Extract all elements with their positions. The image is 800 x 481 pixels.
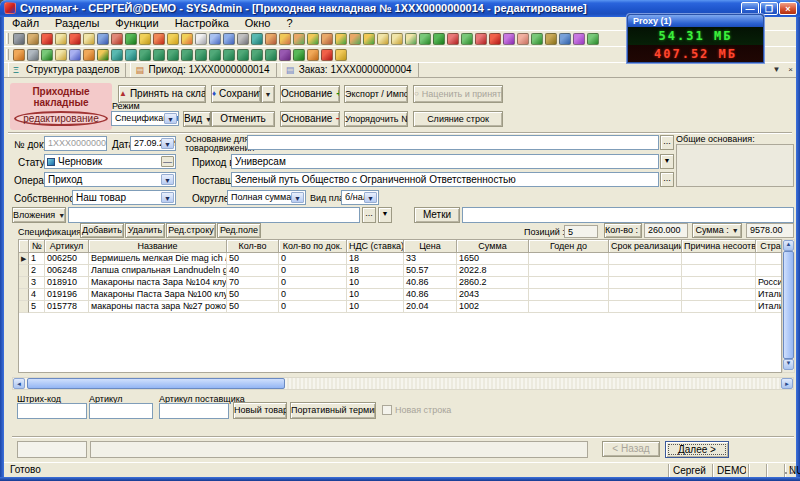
cell-valid[interactable] (529, 253, 609, 265)
toolbar2-icon-15[interactable] (209, 49, 221, 61)
toolbar-grip[interactable] (6, 33, 9, 44)
cell-sum[interactable]: 1650 (457, 253, 529, 265)
spec-button-4[interactable]: Ред.поле (217, 223, 261, 238)
toolbar1-icon-11[interactable] (153, 33, 165, 45)
toolbar2-icon-7[interactable] (97, 49, 109, 61)
export-import-button[interactable]: Экспорт / Импорт (344, 85, 408, 103)
cell-vat[interactable]: 10 (347, 289, 404, 301)
mode-combobox[interactable]: Спецификация ▼ (111, 111, 179, 126)
toolbar1-icon-10[interactable] (139, 33, 151, 45)
cell-sum[interactable]: 2860.2 (457, 277, 529, 289)
toolbar1-icon-17[interactable] (237, 33, 249, 45)
row-selector[interactable] (19, 277, 29, 289)
toolbar1-icon-18[interactable] (251, 33, 263, 45)
cell-name[interactable]: Вермишель мелкая Die mag ich / Fadenn (89, 253, 227, 265)
table-horizontal-scrollbar[interactable]: ◄ ► (12, 377, 794, 390)
attachments-browse-button[interactable]: ... (362, 207, 376, 223)
toolbar2-icon-24[interactable] (335, 49, 347, 61)
cell-price[interactable]: 50.57 (404, 265, 457, 277)
cell-article[interactable]: 006248 (45, 265, 89, 277)
cell-valid[interactable] (529, 277, 609, 289)
table-row[interactable]: 5015778макароны паста зара №27 рожок 500… (19, 301, 781, 313)
spec-table[interactable]: №АртикулНазваниеКол-воКол-во по док.НДС … (18, 239, 782, 373)
toolbar2-icon-17[interactable] (237, 49, 249, 61)
toolbar1-icon-28[interactable] (391, 33, 403, 45)
cell-article[interactable]: 019196 (45, 289, 89, 301)
cell-valid[interactable] (529, 301, 609, 313)
toolbar1-icon-24[interactable] (335, 33, 347, 45)
income-to-field[interactable]: Универсам (231, 154, 659, 169)
toolbar1-icon-26[interactable] (363, 33, 375, 45)
column-header[interactable]: Причина несоотв. (682, 240, 756, 253)
tags-field[interactable] (462, 207, 794, 223)
table-row[interactable]: ▶1006250Вермишель мелкая Die mag ich / F… (19, 253, 781, 265)
cell-article[interactable]: 015778 (45, 301, 89, 313)
cell-qty_doc[interactable]: 0 (279, 301, 347, 313)
menu-item-3[interactable]: Функции (107, 17, 166, 30)
toolbar1-icon-8[interactable] (111, 33, 123, 45)
toolbar2-icon-9[interactable] (125, 49, 137, 61)
toolbar2-icon-11[interactable] (153, 49, 165, 61)
order-numbers-button[interactable]: Упорядочить №№ (344, 111, 408, 127)
chevron-down-icon[interactable]: ▼ (291, 192, 304, 203)
toolbar1-icon-2[interactable] (27, 33, 39, 45)
toolbar2-icon-2[interactable] (27, 49, 39, 61)
ownership-combobox[interactable]: Наш товар ▼ (72, 190, 176, 205)
basis-field[interactable] (247, 135, 659, 150)
column-header[interactable]: НДС (ставка) (347, 240, 404, 253)
payment-type-combobox[interactable]: б/нал ▼ (341, 190, 379, 205)
scroll-right-icon[interactable]: ► (781, 378, 793, 389)
cancel-button[interactable]: Отменить (211, 111, 275, 127)
cell-n[interactable]: 2 (29, 265, 45, 277)
menu-item-6[interactable]: ? (278, 17, 300, 30)
chevron-down-icon[interactable]: ▼ (161, 174, 174, 185)
merge-rows-button[interactable]: Слияние строк (413, 111, 503, 127)
proxy-panel-title[interactable]: Proxy (1) (628, 15, 763, 27)
portable-terminal-button[interactable]: Портативный терминал (290, 402, 376, 419)
status-clear-button[interactable]: — (161, 156, 174, 167)
toolbar1-icon-12[interactable] (167, 33, 179, 45)
cell-reason[interactable] (682, 289, 756, 301)
basis-add-button[interactable]: Основание+ (280, 85, 340, 103)
toolbar2-icon-4[interactable] (55, 49, 67, 61)
cell-n[interactable]: 5 (29, 301, 45, 313)
toolbar-grip[interactable] (6, 49, 9, 60)
save-button[interactable]: ♦Сохранить (211, 85, 261, 103)
sum-total-dropdown-button[interactable]: Сумма :▼ (692, 223, 742, 238)
cell-term[interactable] (609, 265, 682, 277)
income-to-dropdown-button[interactable]: ▼ (660, 154, 674, 169)
cell-price[interactable]: 40.86 (404, 277, 457, 289)
column-header[interactable]: Срок реализации (609, 240, 682, 253)
document-tab-1[interactable]: ΞСтруктура разделов (8, 63, 126, 77)
cell-reason[interactable] (682, 265, 756, 277)
toolbar2-icon-13[interactable] (181, 49, 193, 61)
document-tab-2[interactable]: ▤Приход: 1XXX0000000014 (130, 63, 276, 77)
toolbar1-icon-15[interactable] (209, 33, 221, 45)
barcode-input[interactable] (17, 403, 87, 419)
toolbar1-icon-9[interactable] (125, 33, 137, 45)
close-button[interactable]: × (779, 2, 797, 15)
column-header[interactable]: Сумма (457, 240, 529, 253)
toolbar1-icon-32[interactable] (447, 33, 459, 45)
column-header[interactable]: Цена (404, 240, 457, 253)
cell-reason[interactable] (682, 253, 756, 265)
cell-n[interactable]: 4 (29, 289, 45, 301)
toolbar1-icon-40[interactable] (559, 33, 571, 45)
toolbar1-icon-22[interactable] (307, 33, 319, 45)
vertical-scroll-thumb[interactable] (783, 251, 794, 359)
table-row[interactable]: 4019196Макароны Паста Зара №100 клубки 5… (19, 289, 781, 301)
menu-item-5[interactable]: Окно (237, 17, 279, 30)
cell-reason[interactable] (682, 301, 756, 313)
toolbar1-icon-21[interactable] (293, 33, 305, 45)
resize-grip[interactable] (783, 464, 795, 476)
scroll-left-icon[interactable]: ◄ (13, 378, 25, 389)
spec-button-2[interactable]: Удалить (125, 223, 165, 238)
toolbar1-icon-35[interactable] (489, 33, 501, 45)
toolbar1-icon-23[interactable] (321, 33, 333, 45)
cell-country[interactable] (756, 253, 782, 265)
cell-qty[interactable]: 40 (227, 265, 279, 277)
toolbar2-icon-6[interactable] (83, 49, 95, 61)
attachments-dropdown-button[interactable]: ▼ (378, 207, 392, 223)
cell-name[interactable]: Лапша спиральная Landnudeln gedr.ban (89, 265, 227, 277)
scroll-up-icon[interactable]: ▲ (783, 240, 794, 251)
